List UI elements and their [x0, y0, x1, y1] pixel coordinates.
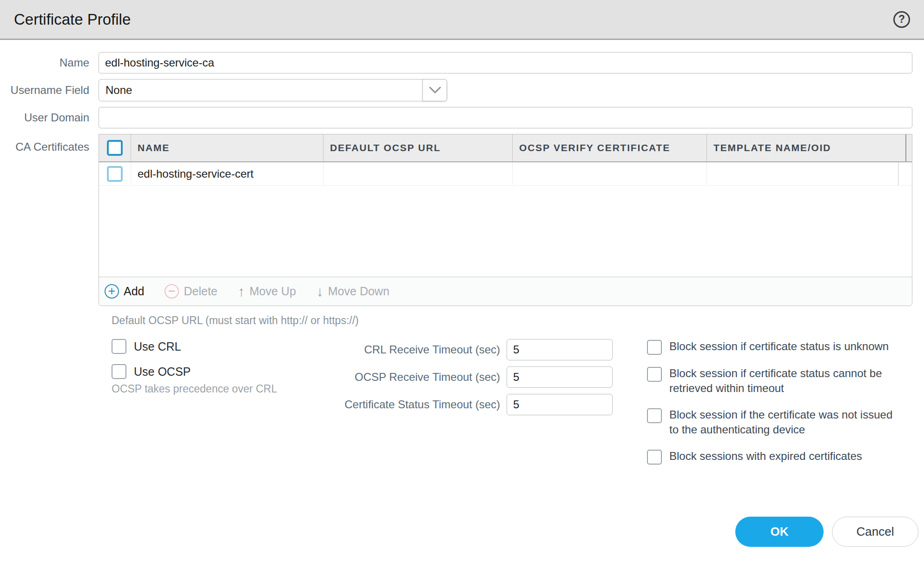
block-status-unknown-option[interactable]: Block session if certificate status is u…: [647, 339, 907, 355]
ca-certificates-row: CA Certificates NAME DEFAULT OCSP URL OC…: [0, 134, 924, 306]
move-up-button[interactable]: ↑ Move Up: [238, 284, 296, 299]
certificate-profile-form: Name Username Field None User Domain CA …: [0, 40, 924, 547]
move-down-icon: ↓: [317, 284, 323, 299]
delete-button[interactable]: − Delete: [165, 284, 217, 299]
user-domain-label: User Domain: [0, 111, 99, 124]
block-status-timeout-checkbox[interactable]: [647, 367, 662, 382]
username-field-row: Username Field None: [0, 79, 924, 101]
username-field-dropdown[interactable]: None: [99, 79, 447, 101]
move-down-button-label: Move Down: [328, 285, 389, 298]
cert-status-timeout-row: Certificate Status Timeout (sec): [294, 394, 613, 415]
ocsp-timeout-row: OCSP Receive Timeout (sec): [294, 366, 613, 388]
name-row: Name: [0, 52, 924, 73]
default-ocsp-url-hint: Default OCSP URL (must start with http:/…: [112, 314, 924, 327]
row-ocsp-verify-certificate-cell: [512, 162, 706, 185]
block-status-unknown-label: Block session if certificate status is u…: [669, 339, 889, 354]
block-not-issued-option[interactable]: Block session if the certificate was not…: [647, 407, 907, 438]
block-status-timeout-option[interactable]: Block session if certificate status cann…: [647, 366, 907, 396]
cert-status-timeout-input[interactable]: [507, 394, 613, 415]
select-all-cell: [99, 134, 131, 161]
add-icon: +: [105, 284, 119, 299]
table-empty-area: [99, 186, 912, 277]
ocsp-timeout-input[interactable]: [507, 366, 613, 388]
user-domain-input[interactable]: [99, 107, 912, 128]
name-label: Name: [0, 56, 99, 69]
row-checkbox[interactable]: [107, 166, 123, 182]
block-expired-option[interactable]: Block sessions with expired certificates: [647, 449, 907, 465]
block-not-issued-label: Block session if the certificate was not…: [669, 407, 902, 438]
block-options-column: Block session if certificate status is u…: [647, 339, 907, 476]
move-up-button-label: Move Up: [250, 285, 296, 298]
help-icon[interactable]: ?: [893, 11, 910, 28]
move-up-icon: ↑: [238, 284, 245, 299]
user-domain-row: User Domain: [0, 107, 924, 128]
username-field-label: Username Field: [0, 84, 99, 97]
crl-timeout-input[interactable]: [507, 339, 613, 360]
ocsp-precedence-note: OCSP takes precedence over CRL: [112, 383, 294, 395]
chevron-down-icon[interactable]: [422, 80, 447, 101]
column-header-template-name-oid[interactable]: TEMPLATE NAME/OID: [706, 134, 905, 161]
use-ocsp-label: Use OCSP: [134, 365, 191, 379]
table-toolbar: + Add − Delete ↑ Move Up ↓ Move Down: [99, 277, 912, 306]
cancel-button[interactable]: Cancel: [832, 517, 918, 547]
column-header-name[interactable]: NAME: [131, 134, 323, 161]
column-header-default-ocsp-url[interactable]: DEFAULT OCSP URL: [323, 134, 512, 161]
use-ocsp-checkbox[interactable]: [112, 364, 126, 379]
dialog-header: Certificate Profile ?: [0, 0, 924, 40]
block-expired-checkbox[interactable]: [647, 450, 662, 465]
delete-icon: −: [165, 284, 179, 299]
crl-timeout-label: CRL Receive Timeout (sec): [294, 343, 507, 356]
ca-certificates-label: CA Certificates: [0, 134, 99, 153]
use-crl-label: Use CRL: [134, 340, 181, 353]
block-status-timeout-label: Block session if certificate status cann…: [669, 366, 902, 396]
row-default-ocsp-url-cell: [323, 162, 512, 185]
ok-button[interactable]: OK: [735, 517, 824, 547]
row-template-name-oid-cell: [706, 162, 898, 185]
move-down-button[interactable]: ↓ Move Down: [317, 284, 389, 299]
username-field-selected-value: None: [99, 80, 422, 101]
block-expired-label: Block sessions with expired certificates: [669, 449, 862, 464]
use-ocsp-option[interactable]: Use OCSP: [112, 364, 294, 379]
select-all-checkbox[interactable]: [107, 140, 123, 156]
ocsp-timeout-label: OCSP Receive Timeout (sec): [294, 371, 507, 384]
table-row-gutter: [898, 162, 912, 185]
ca-certificates-table: NAME DEFAULT OCSP URL OCSP VERIFY CERTIF…: [99, 134, 912, 306]
page-title: Certificate Profile: [14, 11, 131, 28]
delete-button-label: Delete: [184, 285, 217, 298]
block-status-unknown-checkbox[interactable]: [647, 340, 662, 355]
block-not-issued-checkbox[interactable]: [647, 408, 662, 423]
use-crl-option[interactable]: Use CRL: [112, 339, 294, 354]
timeouts-column: CRL Receive Timeout (sec) OCSP Receive T…: [294, 339, 613, 476]
table-header-row: NAME DEFAULT OCSP URL OCSP VERIFY CERTIF…: [99, 134, 912, 162]
cert-status-timeout-label: Certificate Status Timeout (sec): [294, 398, 507, 411]
row-name-cell: edl-hosting-service-cert: [131, 162, 323, 185]
add-button-label: Add: [124, 285, 144, 298]
lower-options: Use CRL Use OCSP OCSP takes precedence o…: [0, 339, 924, 476]
table-row[interactable]: edl-hosting-service-cert: [99, 162, 912, 186]
table-header-gutter: [905, 134, 912, 161]
use-crl-checkbox[interactable]: [112, 339, 126, 354]
crl-ocsp-column: Use CRL Use OCSP OCSP takes precedence o…: [112, 339, 294, 476]
add-button[interactable]: + Add: [105, 284, 144, 299]
column-header-ocsp-verify-certificate[interactable]: OCSP VERIFY CERTIFICATE: [512, 134, 706, 161]
crl-timeout-row: CRL Receive Timeout (sec): [294, 339, 613, 360]
row-checkbox-cell: [99, 162, 131, 185]
action-buttons: OK Cancel: [0, 517, 918, 547]
name-input[interactable]: [99, 52, 912, 73]
